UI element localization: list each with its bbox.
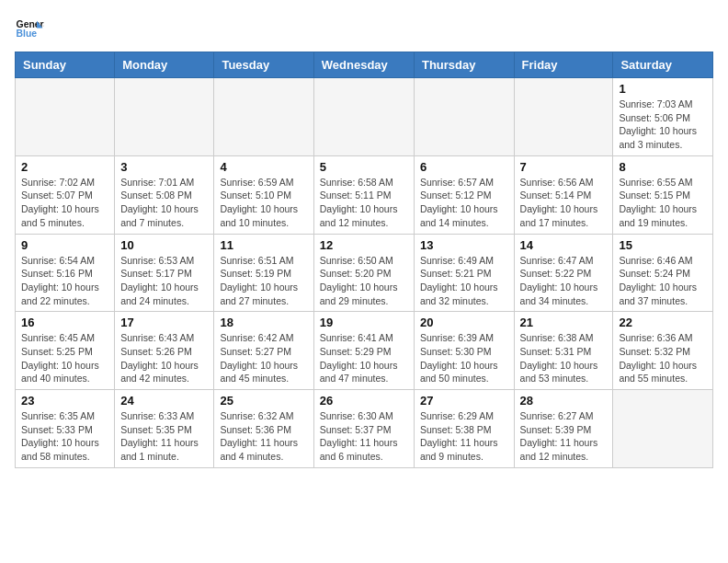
calendar-cell: 14Sunrise: 6:47 AM Sunset: 5:22 PM Dayli… bbox=[514, 234, 613, 312]
calendar-cell: 12Sunrise: 6:50 AM Sunset: 5:20 PM Dayli… bbox=[313, 234, 414, 312]
day-number: 21 bbox=[520, 316, 608, 329]
day-number: 7 bbox=[520, 160, 608, 174]
day-number: 3 bbox=[120, 160, 208, 174]
day-number: 17 bbox=[120, 316, 208, 329]
day-number: 2 bbox=[21, 160, 108, 174]
day-number: 22 bbox=[619, 316, 707, 329]
day-info: Sunrise: 6:41 AM Sunset: 5:29 PM Dayligh… bbox=[320, 331, 408, 385]
day-info: Sunrise: 6:39 AM Sunset: 5:30 PM Dayligh… bbox=[420, 331, 508, 385]
day-number: 27 bbox=[420, 394, 508, 408]
day-info: Sunrise: 6:38 AM Sunset: 5:31 PM Dayligh… bbox=[520, 331, 608, 385]
calendar-cell bbox=[613, 390, 713, 468]
day-number: 18 bbox=[220, 316, 307, 329]
day-number: 6 bbox=[420, 160, 508, 174]
calendar-cell: 11Sunrise: 6:51 AM Sunset: 5:19 PM Dayli… bbox=[214, 234, 313, 312]
calendar-cell bbox=[414, 78, 514, 156]
day-number: 24 bbox=[120, 394, 208, 408]
day-number: 10 bbox=[120, 238, 208, 252]
header: General Blue bbox=[15, 15, 713, 44]
calendar-cell: 17Sunrise: 6:43 AM Sunset: 5:26 PM Dayli… bbox=[115, 312, 214, 390]
calendar-cell: 16Sunrise: 6:45 AM Sunset: 5:25 PM Dayli… bbox=[16, 312, 115, 390]
calendar-cell bbox=[514, 78, 613, 156]
day-info: Sunrise: 6:59 AM Sunset: 5:10 PM Dayligh… bbox=[220, 176, 307, 230]
weekday-header: Tuesday bbox=[214, 52, 313, 78]
day-number: 1 bbox=[619, 82, 707, 96]
day-number: 5 bbox=[320, 160, 408, 174]
weekday-header: Sunday bbox=[16, 52, 115, 78]
day-number: 4 bbox=[220, 160, 307, 174]
weekday-header: Monday bbox=[115, 52, 214, 78]
calendar-cell: 4Sunrise: 6:59 AM Sunset: 5:10 PM Daylig… bbox=[214, 155, 313, 234]
calendar-cell: 5Sunrise: 6:58 AM Sunset: 5:11 PM Daylig… bbox=[313, 155, 414, 234]
day-info: Sunrise: 6:32 AM Sunset: 5:36 PM Dayligh… bbox=[220, 409, 307, 464]
day-info: Sunrise: 6:51 AM Sunset: 5:19 PM Dayligh… bbox=[220, 254, 307, 308]
calendar-week-row: 1Sunrise: 7:03 AM Sunset: 5:06 PM Daylig… bbox=[16, 78, 713, 156]
day-number: 28 bbox=[520, 394, 608, 408]
calendar-cell: 7Sunrise: 6:56 AM Sunset: 5:14 PM Daylig… bbox=[514, 155, 613, 234]
day-info: Sunrise: 6:45 AM Sunset: 5:25 PM Dayligh… bbox=[21, 331, 108, 385]
calendar-cell: 6Sunrise: 6:57 AM Sunset: 5:12 PM Daylig… bbox=[414, 155, 514, 234]
day-number: 19 bbox=[320, 316, 408, 329]
calendar-cell: 25Sunrise: 6:32 AM Sunset: 5:36 PM Dayli… bbox=[214, 390, 313, 468]
day-info: Sunrise: 6:54 AM Sunset: 5:16 PM Dayligh… bbox=[21, 254, 108, 308]
day-number: 8 bbox=[619, 160, 707, 174]
calendar: SundayMondayTuesdayWednesdayThursdayFrid… bbox=[15, 52, 713, 468]
day-info: Sunrise: 6:53 AM Sunset: 5:17 PM Dayligh… bbox=[120, 254, 208, 308]
day-info: Sunrise: 7:02 AM Sunset: 5:07 PM Dayligh… bbox=[21, 176, 108, 230]
calendar-cell: 24Sunrise: 6:33 AM Sunset: 5:35 PM Dayli… bbox=[115, 390, 214, 468]
logo: General Blue bbox=[15, 15, 44, 44]
day-info: Sunrise: 6:33 AM Sunset: 5:35 PM Dayligh… bbox=[120, 409, 208, 464]
day-number: 16 bbox=[21, 316, 108, 329]
day-number: 15 bbox=[619, 238, 707, 252]
day-info: Sunrise: 6:36 AM Sunset: 5:32 PM Dayligh… bbox=[619, 331, 707, 385]
weekday-header: Wednesday bbox=[313, 52, 414, 78]
day-info: Sunrise: 6:27 AM Sunset: 5:39 PM Dayligh… bbox=[520, 409, 608, 464]
day-number: 26 bbox=[320, 394, 408, 408]
calendar-week-row: 16Sunrise: 6:45 AM Sunset: 5:25 PM Dayli… bbox=[16, 312, 713, 390]
day-info: Sunrise: 6:35 AM Sunset: 5:33 PM Dayligh… bbox=[21, 409, 108, 464]
calendar-week-row: 23Sunrise: 6:35 AM Sunset: 5:33 PM Dayli… bbox=[16, 390, 713, 468]
calendar-week-row: 9Sunrise: 6:54 AM Sunset: 5:16 PM Daylig… bbox=[16, 234, 713, 312]
calendar-cell: 15Sunrise: 6:46 AM Sunset: 5:24 PM Dayli… bbox=[613, 234, 713, 312]
day-number: 13 bbox=[420, 238, 508, 252]
day-info: Sunrise: 7:03 AM Sunset: 5:06 PM Dayligh… bbox=[619, 98, 707, 152]
calendar-cell: 2Sunrise: 7:02 AM Sunset: 5:07 PM Daylig… bbox=[16, 155, 115, 234]
day-number: 14 bbox=[520, 238, 608, 252]
calendar-cell bbox=[313, 78, 414, 156]
calendar-cell: 13Sunrise: 6:49 AM Sunset: 5:21 PM Dayli… bbox=[414, 234, 514, 312]
day-number: 20 bbox=[420, 316, 508, 329]
calendar-cell bbox=[214, 78, 313, 156]
calendar-cell: 21Sunrise: 6:38 AM Sunset: 5:31 PM Dayli… bbox=[514, 312, 613, 390]
calendar-cell: 28Sunrise: 6:27 AM Sunset: 5:39 PM Dayli… bbox=[514, 390, 613, 468]
day-number: 9 bbox=[21, 238, 108, 252]
calendar-cell: 27Sunrise: 6:29 AM Sunset: 5:38 PM Dayli… bbox=[414, 390, 514, 468]
calendar-cell: 9Sunrise: 6:54 AM Sunset: 5:16 PM Daylig… bbox=[16, 234, 115, 312]
calendar-week-row: 2Sunrise: 7:02 AM Sunset: 5:07 PM Daylig… bbox=[16, 155, 713, 234]
calendar-cell: 3Sunrise: 7:01 AM Sunset: 5:08 PM Daylig… bbox=[115, 155, 214, 234]
day-info: Sunrise: 6:46 AM Sunset: 5:24 PM Dayligh… bbox=[619, 254, 707, 308]
day-info: Sunrise: 6:57 AM Sunset: 5:12 PM Dayligh… bbox=[420, 176, 508, 230]
day-info: Sunrise: 6:29 AM Sunset: 5:38 PM Dayligh… bbox=[420, 409, 508, 464]
logo-icon: General Blue bbox=[15, 15, 44, 44]
day-info: Sunrise: 6:43 AM Sunset: 5:26 PM Dayligh… bbox=[120, 331, 208, 385]
calendar-cell: 10Sunrise: 6:53 AM Sunset: 5:17 PM Dayli… bbox=[115, 234, 214, 312]
calendar-cell: 19Sunrise: 6:41 AM Sunset: 5:29 PM Dayli… bbox=[313, 312, 414, 390]
day-number: 12 bbox=[320, 238, 408, 252]
calendar-cell: 22Sunrise: 6:36 AM Sunset: 5:32 PM Dayli… bbox=[613, 312, 713, 390]
svg-text:Blue: Blue bbox=[17, 29, 38, 39]
day-info: Sunrise: 6:47 AM Sunset: 5:22 PM Dayligh… bbox=[520, 254, 608, 308]
calendar-cell bbox=[115, 78, 214, 156]
weekday-header: Friday bbox=[514, 52, 613, 78]
day-number: 25 bbox=[220, 394, 307, 408]
day-info: Sunrise: 6:49 AM Sunset: 5:21 PM Dayligh… bbox=[420, 254, 508, 308]
day-info: Sunrise: 6:56 AM Sunset: 5:14 PM Dayligh… bbox=[520, 176, 608, 230]
day-info: Sunrise: 6:30 AM Sunset: 5:37 PM Dayligh… bbox=[320, 409, 408, 464]
calendar-cell: 26Sunrise: 6:30 AM Sunset: 5:37 PM Dayli… bbox=[313, 390, 414, 468]
calendar-cell: 20Sunrise: 6:39 AM Sunset: 5:30 PM Dayli… bbox=[414, 312, 514, 390]
day-info: Sunrise: 6:50 AM Sunset: 5:20 PM Dayligh… bbox=[320, 254, 408, 308]
calendar-cell: 1Sunrise: 7:03 AM Sunset: 5:06 PM Daylig… bbox=[613, 78, 713, 156]
day-number: 11 bbox=[220, 238, 307, 252]
calendar-cell: 8Sunrise: 6:55 AM Sunset: 5:15 PM Daylig… bbox=[613, 155, 713, 234]
day-info: Sunrise: 6:42 AM Sunset: 5:27 PM Dayligh… bbox=[220, 331, 307, 385]
calendar-cell bbox=[16, 78, 115, 156]
